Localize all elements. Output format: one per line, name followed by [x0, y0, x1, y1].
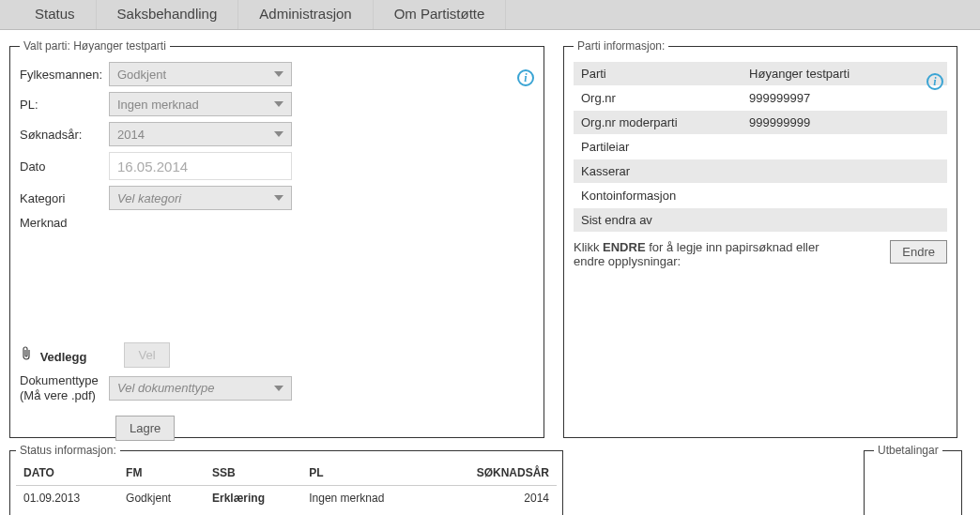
kategori-label: Kategori — [20, 191, 109, 205]
parti-informasjon-panel: Parti informasjon: i PartiHøyanger testp… — [563, 39, 957, 438]
cell-value — [742, 135, 947, 159]
soknadsar-label: Søknadsår: — [20, 128, 109, 142]
chevron-down-icon — [274, 131, 283, 137]
cell-value: 999999999 — [742, 111, 947, 135]
fylkesmannen-label: Fylkesmannen: — [20, 68, 109, 82]
dato-label: Dato — [20, 159, 109, 174]
valt-parti-panel: Valt parti: Høyanger testparti i Fylkesm… — [9, 39, 544, 438]
kategori-dropdown[interactable]: Vel kategori — [109, 186, 292, 210]
info-icon[interactable]: i — [517, 69, 534, 86]
status-informasjon-panel: Status informasjon: DATO FM SSB PL SØKNA… — [9, 444, 563, 515]
endre-button[interactable]: Endre — [890, 240, 947, 264]
cell-fm: Godkjent — [118, 486, 205, 511]
pl-dropdown[interactable]: Ingen merknad — [109, 92, 292, 116]
vedlegg-title: Vedlegg — [40, 350, 87, 364]
dokumenttype-label: Dokumenttype — [20, 373, 109, 388]
cell-dato: 01.09.2013 — [16, 486, 118, 511]
chevron-down-icon — [274, 386, 283, 391]
valt-parti-legend: Valt parti: Høyanger testparti — [20, 39, 170, 53]
dokumenttype-dropdown[interactable]: Vel dokumenttype — [109, 376, 292, 401]
table-row: Partileiar — [574, 135, 947, 159]
utbetalingar-panel: Utbetalingar — [864, 444, 962, 515]
cell-ssb: Erklæring — [205, 486, 301, 511]
cell-label: Kasserar — [574, 159, 742, 184]
chevron-down-icon — [274, 195, 283, 201]
merknad-label: Merknad — [20, 216, 109, 230]
cell-value: 999999997 — [742, 86, 947, 111]
table-row: Kasserar — [574, 159, 947, 184]
cell-label: Partileiar — [574, 135, 742, 159]
cell-value — [742, 184, 947, 208]
cell-label: Org.nr moderparti — [574, 111, 742, 135]
pl-label: PL: — [20, 98, 109, 112]
vel-button[interactable]: Vel — [124, 342, 169, 368]
cell-value — [742, 208, 947, 233]
cell-label: Parti — [574, 62, 742, 86]
cell-label: Sist endra av — [574, 208, 742, 233]
cell-pl: Ingen merknad — [301, 486, 431, 511]
status-informasjon-legend: Status informasjon: — [16, 444, 120, 457]
paperclip-icon — [20, 346, 33, 365]
cell-label: Kontoinformasjon — [574, 184, 742, 208]
dato-input[interactable] — [109, 152, 292, 180]
cell-soknadsar: 2014 — [431, 486, 557, 511]
info-icon[interactable]: i — [926, 73, 943, 90]
lagre-button[interactable]: Lagre — [115, 416, 175, 441]
col-soknadsar: SØKNADSÅR — [431, 461, 557, 486]
table-row: Kontoinformasjon — [574, 184, 947, 208]
table-row: Org.nr999999997 — [574, 86, 947, 111]
col-pl: PL — [301, 461, 431, 486]
col-dato: DATO — [16, 461, 118, 486]
cell-value — [742, 159, 947, 184]
tab-administrasjon[interactable]: Administrasjon — [238, 0, 373, 29]
cell-value: Høyanger testparti — [742, 62, 947, 86]
top-nav: Status Saksbehandling Administrasjon Om … — [0, 0, 980, 30]
tab-om-partistotte[interactable]: Om Partistøtte — [374, 0, 507, 29]
chevron-down-icon — [274, 71, 283, 77]
dropdown-value: Ingen merknad — [117, 98, 199, 112]
dropdown-value: Vel kategori — [117, 191, 181, 205]
table-row: Org.nr moderparti999999999 — [574, 111, 947, 135]
col-ssb: SSB — [205, 461, 301, 486]
dokumenttype-label2: (Må vere .pdf) — [20, 388, 109, 403]
tab-status[interactable]: Status — [14, 0, 97, 29]
soknadsar-dropdown[interactable]: 2014 — [109, 122, 292, 146]
fylkesmannen-dropdown[interactable]: Godkjent — [109, 62, 292, 86]
table-row: PartiHøyanger testparti — [574, 62, 947, 86]
chevron-down-icon — [274, 101, 283, 107]
endre-hint-text: Klikk ENDRE for å legje inn papirsøknad … — [574, 240, 836, 268]
utbetalingar-legend: Utbetalingar — [874, 444, 942, 457]
dropdown-value: 2014 — [117, 128, 145, 142]
table-row: 01.09.2013 Godkjent Erklæring Ingen merk… — [16, 486, 557, 511]
status-table: DATO FM SSB PL SØKNADSÅR 01.09.2013 Godk… — [16, 461, 557, 510]
col-fm: FM — [118, 461, 205, 486]
parti-info-table: PartiHøyanger testparti Org.nr999999997 … — [574, 62, 947, 233]
table-row: Sist endra av — [574, 208, 947, 233]
parti-informasjon-legend: Parti informasjon: — [574, 39, 668, 53]
dropdown-value: Godkjent — [117, 68, 166, 82]
tab-saksbehandling[interactable]: Saksbehandling — [97, 0, 239, 29]
cell-label: Org.nr — [574, 86, 742, 111]
dropdown-value: Vel dokumenttype — [117, 381, 215, 395]
